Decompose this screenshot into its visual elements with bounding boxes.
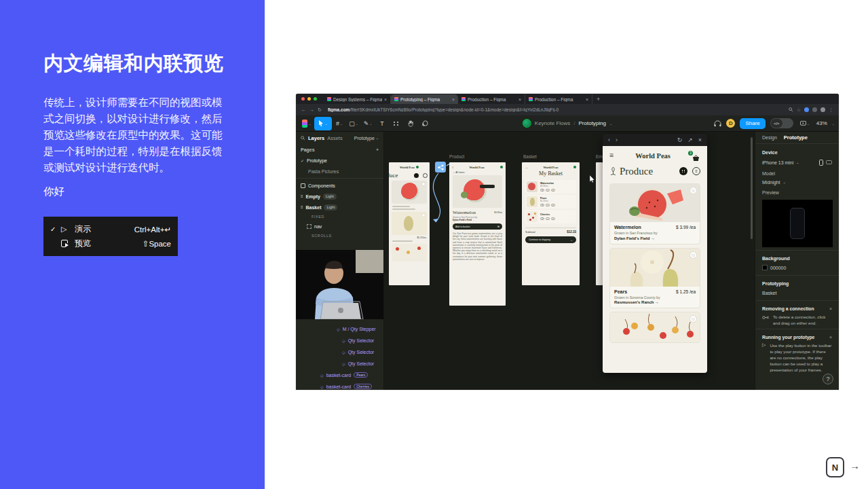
dev-mode-toggle[interactable]: </> bbox=[770, 118, 793, 128]
hand-tool-button[interactable] bbox=[404, 117, 417, 130]
url-field[interactable]: figma.com/file/rSKdmxIUkTSIY6cmNz8Ilo/Pr… bbox=[328, 107, 785, 112]
team-name[interactable]: Keynote Flows bbox=[535, 120, 570, 126]
layer-qty-stepper[interactable]: ◇M / Qty Stepper bbox=[296, 323, 384, 334]
layer-qty-selector[interactable]: ◇Qty Selector bbox=[296, 358, 384, 369]
connection-node[interactable] bbox=[435, 162, 446, 173]
close-icon[interactable]: × bbox=[586, 97, 588, 102]
frame-label-product[interactable]: Product bbox=[449, 154, 464, 159]
favorite-heart-icon[interactable]: ♡ bbox=[690, 315, 697, 323]
browser-tab[interactable]: Production – Figma × bbox=[525, 94, 592, 104]
tab-assets[interactable]: Assets bbox=[327, 135, 343, 141]
device-dropdown[interactable]: iPhone 13 mini ⌄ bbox=[755, 158, 839, 167]
favorite-heart-icon[interactable]: ♡ bbox=[690, 187, 697, 194]
browser-tab[interactable]: Production – Figma × bbox=[458, 94, 525, 104]
text-tool-button[interactable]: T bbox=[375, 117, 389, 130]
menu-item-preview[interactable]: 预览 ⇧Space bbox=[50, 236, 171, 251]
figma-canvas[interactable]: Product Basket Empty World Peas oduce bbox=[384, 132, 755, 390]
landscape-icon[interactable] bbox=[826, 160, 832, 164]
traffic-close-icon[interactable] bbox=[301, 97, 305, 101]
layer-basket-card-cherries[interactable]: ◇basket-cardCherries bbox=[296, 381, 384, 390]
zoom-level[interactable]: 43% bbox=[816, 120, 827, 126]
reload-icon[interactable]: ↻ bbox=[318, 107, 322, 113]
layer-qty-selector[interactable]: ◇Qty Selector bbox=[296, 335, 384, 346]
page-item-pasta[interactable]: Pasta Pictures bbox=[296, 166, 383, 177]
prototyping-target[interactable]: Basket bbox=[755, 288, 839, 297]
search-icon[interactable] bbox=[301, 136, 305, 141]
add-page-button[interactable]: + bbox=[376, 147, 379, 152]
canvas-frame-basket[interactable]: — World Peas My Basket Watermelon$3.99/e… bbox=[522, 162, 580, 285]
layer-nav[interactable]: nav bbox=[296, 221, 383, 232]
preview-forward-icon[interactable]: › bbox=[616, 137, 618, 143]
product-card-pears[interactable]: ♡ Pears$ 1.25 /ea Grown in Sonoma County… bbox=[609, 248, 700, 309]
mode-dropdown[interactable]: Prototype⌄ bbox=[354, 136, 379, 141]
comment-tool-button[interactable] bbox=[418, 117, 432, 130]
bookmark-star-icon[interactable]: ☆ bbox=[797, 107, 801, 113]
tab-layers[interactable]: Layers bbox=[308, 135, 324, 141]
canvas-frame-empty[interactable] bbox=[596, 162, 603, 285]
layer-empty[interactable]: ≡EmptyLight bbox=[296, 191, 383, 202]
preview-close-icon[interactable]: × bbox=[698, 137, 702, 143]
headphones-icon[interactable] bbox=[714, 120, 721, 127]
layer-components[interactable]: Components bbox=[296, 180, 383, 191]
help-button[interactable]: ? bbox=[823, 374, 833, 384]
back-icon[interactable]: ← bbox=[301, 107, 306, 112]
traffic-zoom-icon[interactable] bbox=[314, 97, 317, 101]
search-icon[interactable] bbox=[789, 107, 793, 113]
user-avatar[interactable]: D bbox=[726, 119, 735, 128]
actions-tool-button[interactable] bbox=[390, 117, 403, 130]
profile-avatar[interactable] bbox=[820, 107, 825, 112]
farm-link[interactable]: Dylan Field's Field → bbox=[614, 236, 696, 240]
main-menu-button[interactable]: ⌄ bbox=[300, 117, 314, 130]
product-card-cherries[interactable]: ♡ bbox=[609, 312, 700, 343]
grid-view-toggle[interactable] bbox=[679, 167, 687, 175]
next-arrow-icon[interactable]: → bbox=[850, 460, 860, 471]
frame-label-basket[interactable]: Basket bbox=[523, 154, 537, 159]
close-icon[interactable]: × bbox=[452, 97, 455, 102]
product-card-watermelon[interactable]: ♡ Watermelon$ 3.99 /ea Grown in San Fran… bbox=[609, 183, 700, 244]
favorite-heart-icon[interactable]: ♡ bbox=[690, 251, 697, 259]
browser-tab-active[interactable]: Prototyping – Figma × bbox=[391, 94, 458, 104]
close-icon[interactable]: × bbox=[829, 306, 832, 311]
background-section-label: Background bbox=[755, 253, 839, 263]
next-key-button[interactable]: N bbox=[826, 457, 844, 477]
close-icon[interactable]: × bbox=[518, 97, 521, 102]
canvas-frame-product[interactable]: ≡ World Peas ← All items Watermelon $3.9… bbox=[449, 162, 506, 306]
layer-qty-selector[interactable]: ◇Qty Selector bbox=[296, 346, 384, 357]
tab-prototype[interactable]: Prototype bbox=[784, 134, 808, 141]
tab-design[interactable]: Design bbox=[762, 135, 777, 140]
preview-back-icon[interactable]: ‹ bbox=[608, 137, 610, 143]
extension-icon[interactable] bbox=[804, 107, 809, 112]
dots-icon bbox=[394, 122, 399, 126]
extension-icon[interactable] bbox=[812, 107, 817, 112]
frame-tool-button[interactable]: #⌄ bbox=[333, 117, 346, 130]
cart-button[interactable]: 3 bbox=[692, 152, 700, 159]
close-icon[interactable]: × bbox=[384, 97, 387, 102]
background-color-row[interactable]: 000000 bbox=[755, 263, 839, 272]
layer-basket[interactable]: ≡BasketLight bbox=[296, 202, 383, 213]
canvas-scrollbar[interactable] bbox=[751, 137, 753, 239]
preview-open-icon[interactable]: ↗ bbox=[687, 137, 693, 143]
portrait-icon[interactable] bbox=[819, 160, 823, 166]
canvas-frame-produce[interactable]: World Peas oduce $1.25/ea bbox=[389, 162, 430, 285]
preview-restart-icon[interactable]: ↻ bbox=[677, 137, 683, 143]
shape-tool-button[interactable]: ▢⌄ bbox=[347, 117, 360, 130]
traffic-minimize-icon[interactable] bbox=[307, 97, 311, 101]
move-tool-button[interactable]: ⌄ bbox=[314, 117, 332, 130]
browser-tab[interactable]: Design Systems – Figma × bbox=[324, 94, 391, 104]
browser-menu-icon[interactable]: ⋮ bbox=[829, 107, 833, 113]
file-name[interactable]: Prototyping bbox=[579, 120, 606, 126]
page-item-prototype[interactable]: ✓Prototype bbox=[296, 155, 383, 166]
share-button[interactable]: Share bbox=[740, 118, 765, 129]
instance-icon: ◇ bbox=[342, 350, 345, 355]
menu-item-demo[interactable]: ✓ ▷ 演示 Ctrl+Alt+↵ bbox=[50, 222, 171, 236]
pen-tool-button[interactable]: ✎⌄ bbox=[361, 117, 375, 130]
present-button[interactable]: ⌄ bbox=[798, 117, 812, 130]
model-dropdown[interactable]: Midnight⌄ bbox=[755, 178, 839, 186]
forward-icon[interactable]: → bbox=[309, 107, 314, 112]
layer-basket-card-pears[interactable]: ◇basket-cardPears bbox=[296, 369, 384, 380]
preview-page-title: Produce bbox=[620, 166, 677, 177]
list-view-toggle[interactable]: ≡ bbox=[692, 167, 700, 175]
farm-link[interactable]: Rasmussen's Ranch → bbox=[614, 300, 696, 304]
close-icon[interactable]: × bbox=[829, 335, 832, 340]
new-tab-button[interactable]: + bbox=[597, 96, 600, 103]
